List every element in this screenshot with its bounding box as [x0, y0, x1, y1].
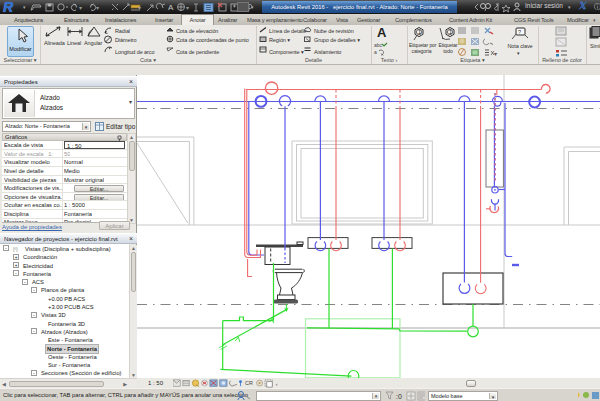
svg-text:a: a: [374, 49, 377, 55]
svg-text::0: :0: [396, 393, 402, 400]
svg-text:▾: ▾: [96, 5, 99, 11]
svg-text:?: ?: [518, 29, 521, 35]
svg-text:A: A: [168, 3, 174, 12]
svg-text:▾: ▾: [138, 5, 141, 11]
svg-text:abc: abc: [374, 42, 383, 48]
svg-text:‹: ‹: [276, 381, 278, 387]
svg-text:▾: ▾: [79, 5, 82, 11]
svg-text:CR: CR: [245, 380, 253, 386]
svg-text:1: 1: [449, 29, 452, 35]
svg-text:▾: ▾: [186, 5, 189, 11]
svg-text:1: 1: [418, 29, 421, 35]
